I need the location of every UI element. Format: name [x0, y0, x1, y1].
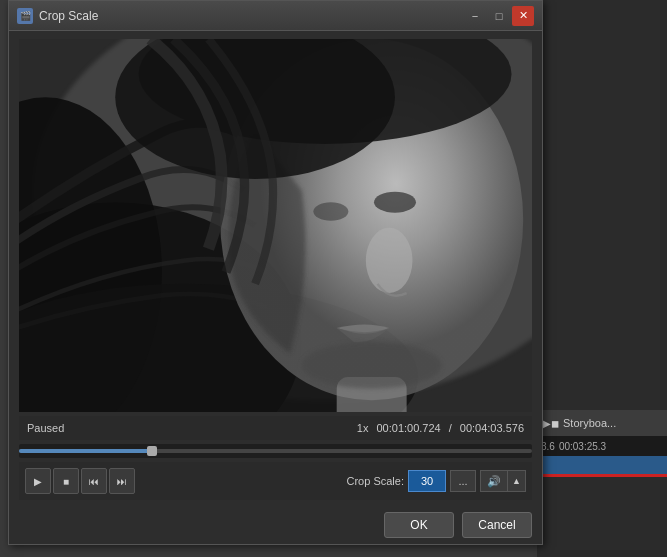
app-icon: 🎬 [17, 8, 33, 24]
video-preview [19, 39, 532, 412]
current-time: 00:01:00.724 [376, 422, 440, 434]
svg-point-8 [313, 202, 348, 221]
ok-button[interactable]: OK [384, 512, 454, 538]
status-right: 1x 00:01:00.724 / 00:04:03.576 [357, 422, 524, 434]
time-separator: / [449, 422, 452, 434]
timeline-red-line [537, 474, 667, 477]
svg-point-6 [366, 228, 413, 293]
title-bar-controls: − □ ✕ [464, 6, 534, 26]
video-preview-container [19, 39, 532, 412]
prev-button[interactable]: ⏮ [81, 468, 107, 494]
storyboard-label: Storyboa... [563, 417, 616, 429]
volume-button[interactable]: 🔊 [480, 470, 508, 492]
volume-arrow-button[interactable]: ▲ [508, 470, 526, 492]
storyboard-panel: ▶◼ Storyboa... [537, 410, 667, 436]
timeline-time1: 3.6 [541, 441, 555, 452]
scrubber-fill [19, 449, 152, 453]
title-bar: 🎬 Crop Scale − □ ✕ [9, 1, 542, 31]
svg-point-7 [374, 192, 416, 213]
title-bar-left: 🎬 Crop Scale [17, 8, 98, 24]
cancel-button[interactable]: Cancel [462, 512, 532, 538]
timeline-blue-bar [537, 456, 667, 474]
crop-scale-dots-button[interactable]: ... [450, 470, 476, 492]
playback-speed: 1x [357, 422, 369, 434]
controls-bar: ▶ ■ ⏮ ⏭ Crop Scale: ... 🔊 ▲ [19, 462, 532, 500]
crop-scale-dialog: 🎬 Crop Scale − □ ✕ [8, 0, 543, 545]
scrubber-container[interactable] [19, 444, 532, 458]
volume-control: 🔊 ▲ [480, 470, 526, 492]
svg-point-10 [302, 342, 442, 389]
minimize-button[interactable]: − [464, 6, 486, 26]
transport-controls: ▶ ■ ⏮ ⏭ [25, 468, 135, 494]
volume-icon: 🔊 [487, 475, 501, 488]
timeline-area: 3.6 00:03:25.3 [537, 436, 667, 456]
dialog-buttons: OK Cancel [9, 506, 542, 544]
maximize-button[interactable]: □ [488, 6, 510, 26]
crop-scale-section: Crop Scale: ... 🔊 ▲ [347, 470, 526, 492]
next-button[interactable]: ⏭ [109, 468, 135, 494]
status-bar: Paused 1x 00:01:00.724 / 00:04:03.576 [19, 416, 532, 440]
close-button[interactable]: ✕ [512, 6, 534, 26]
scrubber-thumb[interactable] [147, 446, 157, 456]
video-frame [19, 39, 532, 412]
play-button[interactable]: ▶ [25, 468, 51, 494]
crop-scale-label: Crop Scale: [347, 475, 404, 487]
total-time: 00:04:03.576 [460, 422, 524, 434]
crop-scale-input[interactable] [408, 470, 446, 492]
stop-button[interactable]: ■ [53, 468, 79, 494]
storyboard-icon: ▶◼ [543, 418, 559, 429]
scrubber-track[interactable] [19, 449, 532, 453]
dialog-title: Crop Scale [39, 9, 98, 23]
playback-state: Paused [27, 422, 64, 434]
timeline-time2: 00:03:25.3 [559, 441, 606, 452]
